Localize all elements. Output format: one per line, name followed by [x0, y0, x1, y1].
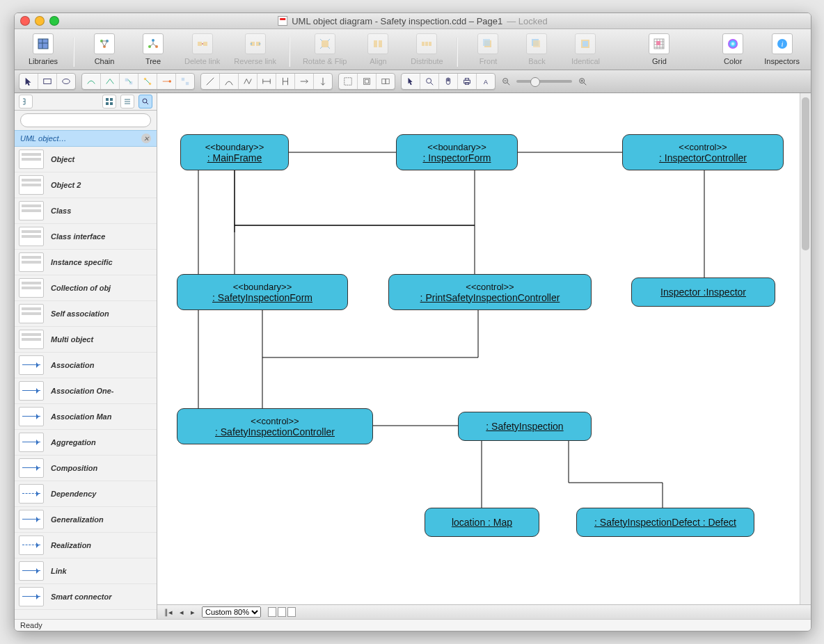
svg-rect-28	[44, 79, 52, 84]
select-tools[interactable]	[19, 73, 76, 90]
diagram-node[interactable]: location : Map	[425, 508, 539, 537]
library-item[interactable]: Object	[15, 147, 157, 172]
zoom-icon[interactable]	[49, 16, 59, 26]
diagram-node[interactable]: <<control>>: SafetyInspectionController	[177, 408, 373, 444]
snap-tools[interactable]	[338, 73, 395, 90]
connector2-icon[interactable]	[101, 74, 120, 89]
diagram-node[interactable]: <<control>>: InspectorController	[622, 134, 784, 170]
library-item[interactable]: Generalization	[15, 507, 157, 533]
panel-tab-search-icon[interactable]	[138, 95, 152, 108]
search-input[interactable]	[20, 113, 151, 127]
library-item[interactable]: Collection of obj	[15, 275, 157, 301]
diagram-node[interactable]: : SafetyInspection	[458, 412, 592, 441]
diagram-node[interactable]: <<boundary>>: SafetyInspectionForm	[177, 274, 348, 310]
close-library-icon[interactable]: ✕	[141, 134, 151, 143]
library-item[interactable]: Class	[15, 198, 157, 224]
connector3-icon[interactable]	[120, 74, 138, 89]
library-item[interactable]: Class interface	[15, 224, 157, 250]
toolbar-color-button[interactable]: Color	[708, 29, 757, 65]
magnify-icon[interactable]	[420, 74, 439, 89]
diagram-node[interactable]: : SafetyInspectionDefect : Defect	[576, 508, 754, 537]
line7-icon[interactable]	[314, 74, 332, 89]
line5-icon[interactable]	[276, 74, 295, 89]
library-item[interactable]: Composition	[15, 456, 157, 481]
node-stereotype: <<control>>	[251, 416, 299, 426]
diagram-canvas[interactable]: <<boundary>>: MainFrame<<boundary>>: Ins…	[157, 93, 811, 604]
diagram-edge[interactable]	[235, 170, 475, 274]
snap3-icon[interactable]	[377, 74, 395, 89]
connector5-icon[interactable]	[157, 74, 176, 89]
view-tools[interactable]: A	[401, 73, 496, 90]
status-ready-label: Ready	[20, 621, 42, 629]
connector-icon[interactable]	[82, 74, 101, 89]
library-item[interactable]: Multi object	[15, 327, 157, 353]
toolbar-align-button: Align	[354, 29, 402, 65]
zoom-slider[interactable]	[501, 77, 587, 86]
snap2-icon[interactable]	[358, 74, 377, 89]
zoom-out-icon[interactable]	[501, 77, 511, 86]
library-item[interactable]: Smart connector	[15, 584, 157, 610]
line6-icon[interactable]	[295, 74, 314, 89]
library-item[interactable]: Aggregation	[15, 430, 157, 456]
diagram-edge[interactable]	[235, 170, 475, 232]
toolbar-grid-button[interactable]: Grid	[635, 29, 683, 65]
library-item-label: Link	[51, 567, 67, 575]
toolbar-libraries-button[interactable]: Libraries	[19, 29, 68, 65]
library-item-label: Generalization	[51, 515, 104, 524]
connector4-icon[interactable]	[138, 74, 157, 89]
line-tools[interactable]	[200, 73, 333, 90]
vertical-scrollbar[interactable]	[800, 93, 811, 604]
library-item[interactable]: Realization	[15, 533, 157, 558]
nav-next-icon[interactable]: ▸	[191, 608, 195, 617]
rect-icon[interactable]	[38, 74, 57, 89]
panel-tab-grid-icon[interactable]	[102, 95, 116, 108]
library-item[interactable]: Object 2	[15, 172, 157, 198]
library-item[interactable]: Self association	[15, 301, 157, 327]
nav-prev-icon[interactable]: ◂	[180, 608, 184, 617]
front-icon	[477, 33, 498, 54]
cursor-icon[interactable]	[402, 74, 420, 89]
snap1-icon[interactable]	[339, 74, 358, 89]
hand-icon[interactable]	[439, 74, 458, 89]
rotate-flip-icon	[315, 33, 335, 54]
library-item[interactable]: Association One-	[15, 378, 157, 404]
zoom-in-icon[interactable]	[578, 77, 587, 86]
connector6-icon[interactable]	[176, 74, 194, 89]
panel-tab-list-icon[interactable]	[120, 95, 134, 108]
diagram-node[interactable]: Inspector :Inspector	[631, 277, 775, 307]
diagram-edge[interactable]	[569, 441, 663, 508]
close-icon[interactable]	[20, 16, 30, 26]
library-item[interactable]: Association Man	[15, 404, 157, 430]
toolbar-inspectors-button[interactable]: iInspectors	[757, 29, 807, 65]
toolbar-chain-button[interactable]: Chain	[80, 29, 129, 65]
svg-rect-11	[322, 40, 328, 47]
pointer-icon[interactable]	[19, 74, 38, 89]
toolbar-tree-button[interactable]: Tree	[129, 29, 177, 65]
zoom-select[interactable]: Custom 80%	[202, 606, 261, 618]
line2-icon[interactable]	[220, 74, 239, 89]
library-header[interactable]: UML object… ✕	[15, 130, 157, 147]
page-thumbs[interactable]	[268, 607, 296, 617]
document-icon	[278, 16, 287, 26]
a-icon[interactable]: A	[477, 74, 495, 89]
diagram-node[interactable]: <<boundary>>: MainFrame	[180, 134, 289, 170]
line1-icon[interactable]	[201, 74, 220, 89]
print-icon[interactable]	[458, 74, 477, 89]
library-item[interactable]: Link	[15, 558, 157, 584]
ellipse-icon[interactable]	[57, 74, 75, 89]
svg-rect-18	[483, 39, 490, 46]
panel-tab-tree-icon[interactable]	[19, 95, 33, 108]
library-item[interactable]: Dependency	[15, 481, 157, 507]
diagram-node[interactable]: <<boundary>>: InspectorForm	[396, 134, 518, 170]
line3-icon[interactable]	[239, 74, 258, 89]
line4-icon[interactable]	[258, 74, 276, 89]
nav-first-icon[interactable]: ∥◂	[164, 608, 173, 617]
diagram-node[interactable]: <<control>>: PrintSafetyInspectionContro…	[388, 274, 592, 310]
library-item[interactable]: Instance specific	[15, 250, 157, 275]
library-item-label: Multi object	[51, 335, 93, 344]
library-item[interactable]: Association	[15, 353, 157, 378]
connect-tools[interactable]	[81, 73, 195, 90]
library-item-label: Object 2	[51, 181, 81, 189]
svg-rect-50	[110, 98, 113, 101]
minimize-icon[interactable]	[35, 16, 45, 26]
